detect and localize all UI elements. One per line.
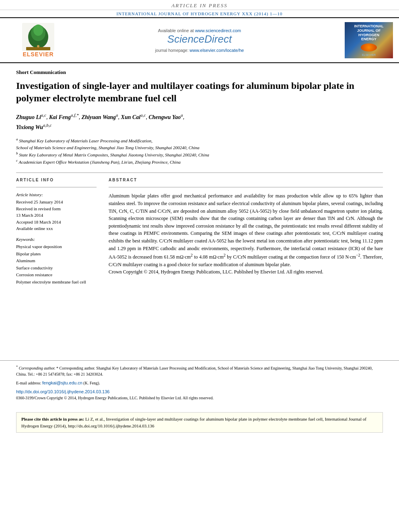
history-accepted: Accepted 18 March 2014 bbox=[16, 219, 97, 226]
elsevier-label: ELSEVIER bbox=[23, 51, 53, 58]
article-info-divider-top bbox=[16, 187, 97, 187]
history-revised: Received in revised form13 March 2014 bbox=[16, 205, 97, 219]
science-direct-url[interactable]: www.sciencedirect.com bbox=[195, 28, 241, 33]
page-header: ELSEVIER Available online at www.science… bbox=[0, 18, 399, 63]
author-6-markers: a,b,c bbox=[43, 123, 51, 127]
keyword-3: Aluminum bbox=[16, 257, 97, 265]
keyword-1: Physical vapor deposition bbox=[16, 243, 97, 251]
elsevier-logo: ELSEVIER bbox=[6, 23, 70, 58]
affiliations: a Shanghai Key Laboratory of Materials L… bbox=[16, 137, 383, 165]
author-2: Kai Feng bbox=[49, 114, 71, 120]
history-available: Available online xxx bbox=[16, 225, 97, 232]
author-6: Yixiong Wu bbox=[16, 124, 43, 130]
keyword-5: Corrosion resistance bbox=[16, 271, 97, 279]
citation-box: Please cite this article in press as: Li… bbox=[16, 412, 383, 433]
author-1-markers: a,c bbox=[41, 113, 46, 117]
svg-rect-5 bbox=[26, 47, 50, 50]
email-label: E-mail address: bbox=[16, 381, 41, 385]
svg-point-4 bbox=[33, 25, 43, 36]
journal-homepage-url[interactable]: www.elsevier.com/locate/he bbox=[189, 48, 244, 53]
page-footer: * Corresponding author. * Corresponding … bbox=[0, 360, 399, 409]
article-title: Investigation of single-layer and multil… bbox=[16, 80, 383, 105]
author-4-markers: a,c bbox=[140, 113, 146, 117]
article-in-press-text: ARTICLE IN PRESS bbox=[171, 2, 228, 8]
abstract-text: Aluminum bipolar plates offer good mecha… bbox=[109, 192, 383, 276]
authors-line: Zhuguo Lia,c, Kai Fenga,f,*, Zhiyuan Wan… bbox=[16, 112, 383, 132]
journal-homepage: journal homepage: www.elsevier.com/locat… bbox=[70, 48, 329, 53]
journal-cover-graphic bbox=[361, 43, 377, 51]
citation-label: Please cite this article in press as: bbox=[21, 417, 84, 421]
abstract-heading: ABSTRACT bbox=[109, 178, 383, 182]
journal-title-text: INTERNATIONAL JOURNAL OF HYDROGEN ENERGY… bbox=[116, 11, 282, 16]
journal-cover-container: International Journal ofHYDROGENENERGY E… bbox=[329, 22, 393, 58]
journal-cover: International Journal ofHYDROGENENERGY E… bbox=[345, 22, 393, 58]
journal-cover-subtitle: ELSEVIER bbox=[362, 53, 376, 56]
author-5-markers: a bbox=[181, 113, 183, 117]
keyword-4: Surface conductivity bbox=[16, 265, 97, 272]
email-note: E-mail address: fengkai@sjtu.edu.cn (K. … bbox=[16, 380, 383, 386]
keywords-label: Keywords: bbox=[16, 237, 97, 242]
doi-link[interactable]: http://dx.doi.org/10.1016/j.ijhydene.201… bbox=[16, 389, 109, 394]
keyword-6: Polymer electrolyte membrane fuel cell bbox=[16, 279, 97, 286]
main-content: Short Communication Investigation of sin… bbox=[0, 63, 399, 292]
author-2-markers: a,f, bbox=[71, 113, 76, 117]
journal-cover-title: International Journal ofHYDROGENENERGY bbox=[347, 24, 391, 41]
issn-copyright: 0360-3199/Crown Copyright © 2014, Hydrog… bbox=[16, 395, 383, 401]
affiliation-c: c Academician Expert Office Workstation … bbox=[16, 158, 383, 165]
corresponding-author-note: * Corresponding author. * Corresponding … bbox=[16, 365, 383, 377]
author-4: Xun Cai bbox=[121, 114, 141, 120]
author-5: Chengwu Yao bbox=[148, 114, 181, 120]
article-type: Short Communication bbox=[16, 69, 383, 76]
keyword-2: Bipolar plates bbox=[16, 251, 97, 258]
content-spacer bbox=[0, 292, 399, 348]
article-info-column: ARTICLE INFO Article history: Received 2… bbox=[16, 178, 97, 286]
author-2-asterisk: * bbox=[76, 113, 79, 117]
article-in-press-banner: ARTICLE IN PRESS bbox=[0, 0, 399, 10]
author-3: Zhiyuan Wang bbox=[82, 114, 116, 120]
history-received: Received 25 January 2014 bbox=[16, 199, 97, 205]
elsevier-logo-container: ELSEVIER bbox=[6, 23, 70, 58]
elsevier-tree-icon bbox=[22, 23, 54, 51]
author-email-link[interactable]: fengkai@sjtu.edu.cn bbox=[42, 380, 82, 385]
affiliation-a: a Shanghai Key Laboratory of Materials L… bbox=[16, 137, 383, 151]
abstract-divider-top bbox=[109, 187, 383, 187]
author-3-markers: a bbox=[116, 113, 118, 117]
author-1: Zhuguo Li bbox=[16, 114, 41, 120]
doi-line: http://dx.doi.org/10.1016/j.ijhydene.201… bbox=[16, 388, 383, 395]
affiliation-b: b State Key Laboratory of Metal Matrix C… bbox=[16, 151, 383, 158]
abstract-column: ABSTRACT Aluminum bipolar plates offer g… bbox=[109, 178, 383, 286]
svg-point-6 bbox=[37, 45, 39, 47]
header-center: Available online at www.sciencedirect.co… bbox=[70, 28, 329, 53]
article-info-abstract: ARTICLE INFO Article history: Received 2… bbox=[16, 178, 383, 286]
article-history-label: Article history: bbox=[16, 192, 97, 197]
article-info-heading: ARTICLE INFO bbox=[16, 178, 97, 182]
science-direct-logo-text: ScienceDirect bbox=[167, 33, 232, 45]
content-divider bbox=[16, 173, 383, 173]
science-direct-logo: ScienceDirect bbox=[70, 33, 329, 45]
available-online-text: Available online at www.sciencedirect.co… bbox=[70, 28, 329, 33]
journal-title-bar: INTERNATIONAL JOURNAL OF HYDROGEN ENERGY… bbox=[0, 10, 399, 18]
email-suffix: (K. Feng). bbox=[83, 381, 100, 385]
